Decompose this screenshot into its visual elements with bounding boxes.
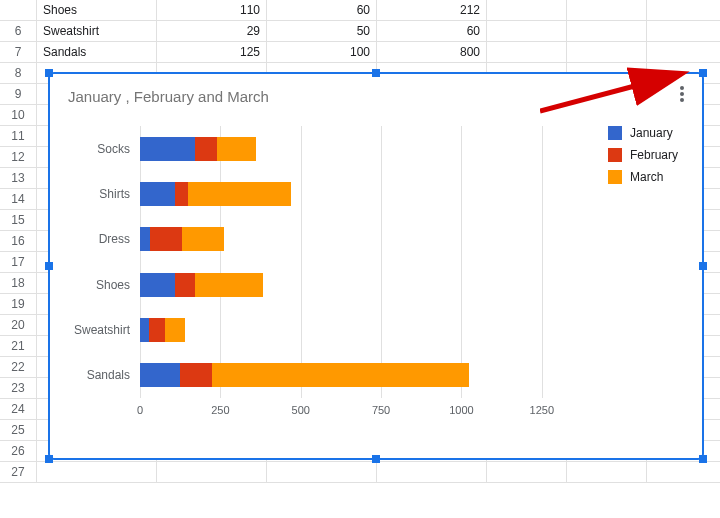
cell[interactable]: 60 xyxy=(267,0,377,20)
cell[interactable]: 110 xyxy=(157,0,267,20)
selection-handle[interactable] xyxy=(45,455,53,463)
row-header[interactable]: 6 xyxy=(0,21,37,41)
viewport: Shoes 110 60 212 6 Sweatshirt 29 50 60 7… xyxy=(0,0,720,518)
cell[interactable]: 800 xyxy=(377,42,487,62)
row-header[interactable]: 11 xyxy=(0,126,37,146)
cell[interactable] xyxy=(487,21,567,41)
category-label: Sandals xyxy=(87,368,130,382)
table-row[interactable]: Shoes 110 60 212 xyxy=(0,0,720,21)
cell[interactable] xyxy=(567,462,647,482)
selection-handle[interactable] xyxy=(699,455,707,463)
gridline xyxy=(220,126,221,398)
row-header[interactable] xyxy=(0,0,37,20)
row-header[interactable]: 15 xyxy=(0,210,37,230)
chart-object[interactable]: January , February and March January Feb… xyxy=(48,72,704,460)
bar-segment xyxy=(140,363,180,387)
cell[interactable] xyxy=(487,0,567,20)
row-header[interactable]: 10 xyxy=(0,105,37,125)
chart-plot-area: 025050075010001250SocksShirtsDressShoesS… xyxy=(140,126,590,416)
row-header[interactable]: 24 xyxy=(0,399,37,419)
bar-segment xyxy=(188,182,291,206)
selection-handle[interactable] xyxy=(45,262,53,270)
table-row[interactable]: 27 xyxy=(0,462,720,483)
cell[interactable] xyxy=(567,0,647,20)
bar-segment xyxy=(140,273,175,297)
legend-swatch xyxy=(608,126,622,140)
cell[interactable]: 100 xyxy=(267,42,377,62)
legend-label: March xyxy=(630,170,663,184)
x-tick-label: 0 xyxy=(137,404,143,416)
selection-handle[interactable] xyxy=(372,69,380,77)
row-header[interactable]: 13 xyxy=(0,168,37,188)
gridline xyxy=(140,126,141,398)
cell[interactable] xyxy=(267,462,377,482)
gridline xyxy=(301,126,302,398)
category-label: Shirts xyxy=(99,187,130,201)
bar-segment xyxy=(140,182,175,206)
cell[interactable]: 212 xyxy=(377,0,487,20)
selection-handle[interactable] xyxy=(372,455,380,463)
row-header[interactable]: 9 xyxy=(0,84,37,104)
row-header[interactable]: 14 xyxy=(0,189,37,209)
row-header[interactable]: 21 xyxy=(0,336,37,356)
row-header[interactable]: 18 xyxy=(0,273,37,293)
x-tick-label: 250 xyxy=(211,404,229,416)
row-header[interactable]: 8 xyxy=(0,63,37,83)
bar-segment xyxy=(175,273,194,297)
row-header[interactable]: 26 xyxy=(0,441,37,461)
cell[interactable] xyxy=(567,21,647,41)
cell[interactable] xyxy=(157,462,267,482)
bar-segment xyxy=(140,318,149,342)
bar-segment xyxy=(217,137,256,161)
bar-segment xyxy=(140,137,195,161)
gridline xyxy=(542,126,543,398)
cell[interactable] xyxy=(487,462,567,482)
cell[interactable]: Sweatshirt xyxy=(37,21,157,41)
row-header[interactable]: 25 xyxy=(0,420,37,440)
row-header[interactable]: 17 xyxy=(0,252,37,272)
bar-segment xyxy=(165,318,184,342)
chart-menu-icon[interactable] xyxy=(674,84,690,104)
cell[interactable] xyxy=(647,0,720,20)
category-label: Sweatshirt xyxy=(74,323,130,337)
row-header[interactable]: 20 xyxy=(0,315,37,335)
row-header[interactable]: 23 xyxy=(0,378,37,398)
gridline xyxy=(461,126,462,398)
row-header[interactable]: 16 xyxy=(0,231,37,251)
category-label: Shoes xyxy=(96,278,130,292)
row-header[interactable]: 12 xyxy=(0,147,37,167)
bar-segment xyxy=(150,227,182,251)
bar-segment xyxy=(149,318,165,342)
gridline xyxy=(381,126,382,398)
row-header[interactable]: 27 xyxy=(0,462,37,482)
cell[interactable]: 29 xyxy=(157,21,267,41)
cell[interactable] xyxy=(377,462,487,482)
cell[interactable]: 125 xyxy=(157,42,267,62)
cell[interactable] xyxy=(647,21,720,41)
x-tick-label: 1250 xyxy=(530,404,554,416)
cell[interactable] xyxy=(37,462,157,482)
legend-swatch xyxy=(608,148,622,162)
bar-segment xyxy=(140,227,150,251)
cell[interactable]: 60 xyxy=(377,21,487,41)
bar-row: Shoes xyxy=(140,273,263,297)
cell[interactable]: 50 xyxy=(267,21,377,41)
selection-handle[interactable] xyxy=(45,69,53,77)
row-header[interactable]: 7 xyxy=(0,42,37,62)
row-header[interactable]: 22 xyxy=(0,357,37,377)
selection-handle[interactable] xyxy=(699,262,707,270)
legend-label: February xyxy=(630,148,678,162)
table-row[interactable]: 6 Sweatshirt 29 50 60 xyxy=(0,21,720,42)
bar-row: Shirts xyxy=(140,182,291,206)
cell[interactable]: Sandals xyxy=(37,42,157,62)
cell[interactable] xyxy=(487,42,567,62)
bar-segment xyxy=(195,137,218,161)
table-row[interactable]: 7 Sandals 125 100 800 xyxy=(0,42,720,63)
cell[interactable] xyxy=(567,42,647,62)
row-header[interactable]: 19 xyxy=(0,294,37,314)
selection-handle[interactable] xyxy=(699,69,707,77)
cell[interactable] xyxy=(647,42,720,62)
bar-segment xyxy=(175,182,188,206)
cell[interactable] xyxy=(647,462,720,482)
cell[interactable]: Shoes xyxy=(37,0,157,20)
